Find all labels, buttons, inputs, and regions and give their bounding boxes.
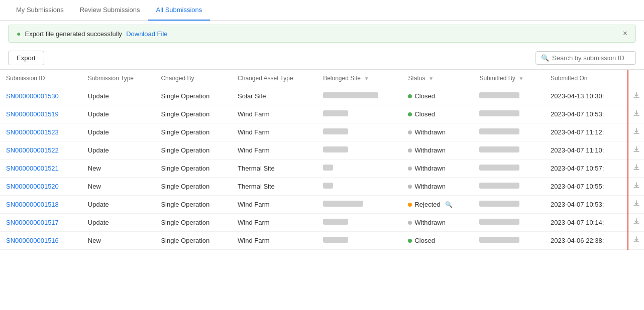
download-cell bbox=[628, 87, 644, 105]
col-header-changed-by: Changed By bbox=[155, 70, 232, 87]
status-cell: Rejected🔍 bbox=[402, 196, 473, 214]
table-row: SN000000001530UpdateSingle OperationSola… bbox=[0, 87, 644, 105]
download-button[interactable] bbox=[628, 232, 644, 249]
status-cell: Withdrawn bbox=[402, 141, 473, 160]
site-blurred bbox=[323, 219, 348, 225]
submitted-by-cell bbox=[473, 141, 545, 160]
submitted-on-cell: 2023-04-07 10:14: bbox=[545, 214, 628, 232]
export-button[interactable]: Export bbox=[8, 51, 44, 65]
submitted-by-blurred bbox=[479, 201, 519, 207]
download-file-link[interactable]: Download File bbox=[126, 30, 167, 38]
download-cell bbox=[628, 214, 644, 232]
rejected-search-icon[interactable]: 🔍 bbox=[445, 201, 453, 208]
table-row: SN000000001516NewSingle OperationWind Fa… bbox=[0, 232, 644, 250]
belonged-site-cell bbox=[317, 178, 402, 196]
belonged-site-cell bbox=[317, 232, 402, 250]
submission-id-link[interactable]: SN000000001516 bbox=[6, 237, 59, 244]
submitted-by-cell bbox=[473, 105, 545, 123]
sort-icon-status: ▼ bbox=[427, 76, 434, 81]
status-badge: Closed bbox=[414, 110, 435, 118]
submitted-on-cell: 2023-04-07 10:55: bbox=[545, 178, 628, 196]
site-blurred bbox=[323, 183, 333, 189]
download-button[interactable] bbox=[628, 142, 644, 159]
submitted-on-cell: 2023-04-13 10:30: bbox=[545, 87, 628, 105]
banner-message: Export file generated successfully bbox=[25, 30, 122, 38]
submission-type-cell: New bbox=[82, 178, 155, 196]
submission-id-link[interactable]: SN000000001521 bbox=[6, 165, 59, 172]
download-cell bbox=[628, 196, 644, 214]
status-badge: Closed bbox=[414, 92, 435, 100]
table-row: SN000000001517UpdateSingle OperationWind… bbox=[0, 214, 644, 232]
site-blurred bbox=[323, 110, 348, 116]
table-row: SN000000001523UpdateSingle OperationWind… bbox=[0, 123, 644, 141]
submitted-by-cell bbox=[473, 160, 545, 178]
submitted-by-cell bbox=[473, 87, 545, 105]
submission-id-link[interactable]: SN000000001522 bbox=[6, 146, 59, 154]
changed-by-cell: Single Operation bbox=[155, 178, 232, 196]
submission-type-cell: New bbox=[82, 160, 155, 178]
changed-by-cell: Single Operation bbox=[155, 160, 232, 178]
download-button[interactable] bbox=[628, 88, 644, 104]
status-dot bbox=[408, 239, 412, 243]
submission-id-link[interactable]: SN000000001520 bbox=[6, 183, 59, 190]
download-button[interactable] bbox=[628, 178, 644, 195]
status-dot bbox=[408, 94, 412, 98]
download-cell bbox=[628, 178, 644, 196]
submitted-by-cell bbox=[473, 214, 545, 232]
status-dot bbox=[408, 130, 412, 134]
submission-id-link[interactable]: SN000000001523 bbox=[6, 128, 59, 136]
download-button[interactable] bbox=[628, 106, 644, 122]
download-button[interactable] bbox=[628, 160, 644, 177]
status-dot bbox=[408, 112, 412, 116]
table-row: SN000000001519UpdateSingle OperationWind… bbox=[0, 105, 644, 123]
changed-by-cell: Single Operation bbox=[155, 196, 232, 214]
download-button[interactable] bbox=[628, 196, 644, 213]
submission-type-cell: Update bbox=[82, 105, 155, 123]
tab-all-submissions[interactable]: All Submissions bbox=[148, 0, 210, 21]
tab-my-submissions[interactable]: My Submissions bbox=[8, 0, 72, 21]
submission-id-link[interactable]: SN000000001519 bbox=[6, 110, 59, 118]
table-row: SN000000001518UpdateSingle OperationWind… bbox=[0, 196, 644, 214]
status-cell: Closed bbox=[402, 232, 473, 250]
tab-review-submissions[interactable]: Review Submissions bbox=[72, 0, 148, 21]
status-dot bbox=[408, 167, 412, 171]
submitted-on-cell: 2023-04-07 11:10: bbox=[545, 141, 628, 160]
status-dot bbox=[408, 221, 412, 225]
success-icon: ● bbox=[17, 30, 21, 38]
submitted-on-cell: 2023-04-07 10:57: bbox=[545, 160, 628, 178]
status-badge: Withdrawn bbox=[414, 165, 445, 172]
submission-type-cell: Update bbox=[82, 141, 155, 160]
search-input[interactable] bbox=[552, 54, 630, 62]
status-badge: Withdrawn bbox=[414, 183, 445, 190]
changed-asset-type-cell: Wind Farm bbox=[232, 232, 317, 250]
sort-icon-submitted-by: ▼ bbox=[517, 76, 524, 81]
submission-id-link[interactable]: SN000000001530 bbox=[6, 92, 59, 100]
submitted-by-cell bbox=[473, 123, 545, 141]
submitted-by-blurred bbox=[479, 146, 519, 152]
status-badge: Rejected bbox=[414, 201, 440, 208]
site-blurred bbox=[323, 237, 348, 243]
status-dot bbox=[408, 148, 412, 152]
status-badge: Withdrawn bbox=[414, 128, 445, 136]
status-cell: Withdrawn bbox=[402, 214, 473, 232]
submitted-by-blurred bbox=[479, 165, 519, 171]
download-button[interactable] bbox=[628, 124, 644, 140]
changed-asset-type-cell: Thermal Site bbox=[232, 178, 317, 196]
sort-icon-belonged-site: ▼ bbox=[363, 76, 369, 81]
download-cell bbox=[628, 141, 644, 160]
banner-close-button[interactable]: × bbox=[623, 29, 627, 38]
download-button[interactable] bbox=[628, 214, 644, 231]
submission-id-link[interactable]: SN000000001517 bbox=[6, 219, 59, 226]
download-cell bbox=[628, 160, 644, 178]
submitted-by-blurred bbox=[479, 183, 519, 189]
col-header-submitted-by[interactable]: Submitted By ▼ bbox=[473, 70, 545, 87]
table-row: SN000000001520NewSingle OperationThermal… bbox=[0, 178, 644, 196]
belonged-site-cell bbox=[317, 141, 402, 160]
col-header-status[interactable]: Status ▼ bbox=[402, 70, 473, 87]
col-header-belonged-site[interactable]: Belonged Site ▼ bbox=[317, 70, 402, 87]
submission-id-link[interactable]: SN000000001518 bbox=[6, 201, 59, 208]
submitted-on-cell: 2023-04-06 22:38: bbox=[545, 232, 628, 250]
download-cell bbox=[628, 123, 644, 141]
site-blurred bbox=[323, 201, 363, 207]
table-row: SN000000001522UpdateSingle OperationWind… bbox=[0, 141, 644, 160]
